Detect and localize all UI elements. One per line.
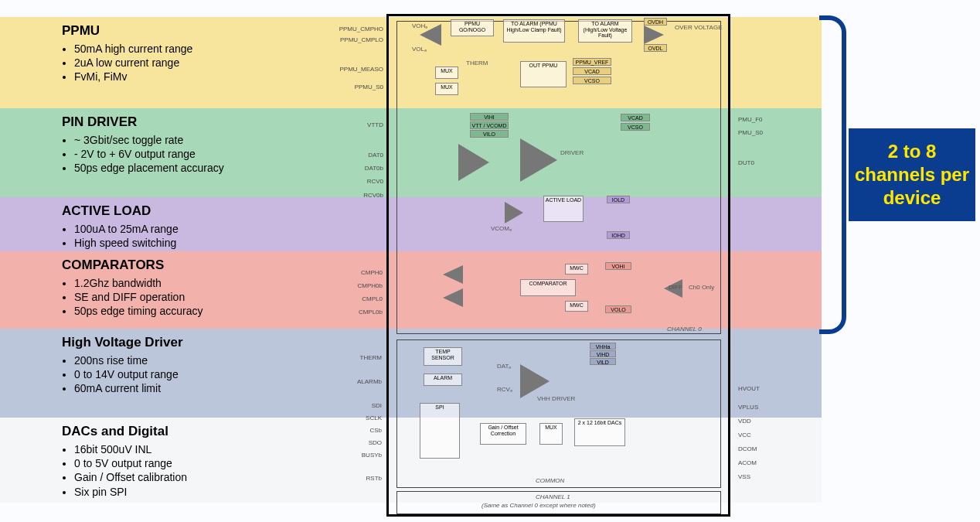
hv-title: High Voltage Driver [62, 335, 183, 350]
dac-text: DACs and Digital 16bit 500uV INL 0 to 5V… [62, 424, 187, 499]
driver-title: PIN DRIVER [62, 114, 224, 130]
dac-b3: Six pin SPI [74, 485, 187, 499]
pin-busyb: BUSYb [349, 452, 382, 459]
pin-csb: CSb [349, 427, 382, 434]
pin-vdd: VDD [738, 418, 751, 425]
pin-ppmu-s0: PPMU_S0 [331, 84, 383, 90]
pin-vplus: VPLUS [738, 404, 758, 411]
pin-vcc: VCC [738, 432, 751, 438]
band-comp: COMPARATORS 1.2Ghz bandwidth SE and DIFF… [0, 251, 822, 329]
pin-vss: VSS [738, 473, 750, 480]
channel1-note: (Same as Channel 0 except where noted) [481, 502, 596, 509]
pin-rstb: RSTb [349, 475, 382, 482]
brace-icon [819, 15, 846, 334]
pin-cmph0b: CMPH0b [352, 282, 383, 289]
load-b0: 100uA to 25mA range [74, 222, 179, 236]
hv-b2: 60mA current limit [74, 381, 183, 395]
band-hv: High Voltage Driver 200ns rise time 0 to… [0, 329, 822, 418]
pin-ppmu-cmpho: PPMU_CMPHO [331, 26, 383, 32]
band-stack: PPMU 50mA high current range 2uA low cur… [0, 17, 822, 503]
ppmu-b1: 2uA low current range [74, 56, 192, 70]
comp-text: COMPARATORS 1.2Ghz bandwidth SE and DIFF… [62, 258, 203, 319]
dac-title: DACs and Digital [62, 424, 187, 439]
pin-cmpl0b: CMPL0b [352, 309, 383, 316]
pin-dut0: DUT0 [738, 159, 754, 166]
hv-b1: 0 to 14V output range [74, 367, 183, 381]
band-dac: DACs and Digital 16bit 500uV INL 0 to 5V… [0, 418, 822, 503]
ppmu-text: PPMU 50mA high current range 2uA low cur… [62, 23, 192, 84]
pin-ppmu-cmplo: PPMU_CMPLO [331, 36, 383, 43]
comp-b1: SE and DIFF operation [74, 290, 203, 304]
pin-pmus0: PMU_S0 [738, 129, 763, 136]
driver-text: PIN DRIVER ~ 3Gbit/sec toggle rate - 2V … [62, 114, 224, 176]
pin-rcv0: RCV0 [354, 178, 383, 185]
pin-ppmu-measo: PPMU_MEASO [331, 66, 383, 73]
channels-callout: 2 to 8 channels per device [849, 128, 975, 221]
slide: PPMU 50mA high current range 2uA low cur… [0, 0, 980, 522]
pin-vttd: VTTD [354, 121, 383, 128]
hv-b0: 200ns rise time [74, 353, 183, 367]
ppmu-title: PPMU [62, 23, 192, 39]
driver-b1: - 2V to + 6V output range [74, 147, 224, 161]
pin-cmph0: CMPH0 [352, 269, 383, 276]
band-ppmu: PPMU 50mA high current range 2uA low cur… [0, 17, 822, 108]
load-title: ACTIVE LOAD [62, 203, 179, 219]
pin-dcom: DCOM [738, 445, 757, 452]
comp-b2: 50ps edge timing accuracy [74, 304, 203, 318]
pin-acom: ACOM [738, 459, 757, 466]
band-load: ACTIVE LOAD 100uA to 25mA range High spe… [0, 197, 822, 251]
pin-sdo: SDO [349, 439, 382, 446]
pin-hvout: HVOUT [738, 385, 760, 392]
pin-cmpl0: CMPL0 [352, 295, 383, 302]
comp-title: COMPARATORS [62, 258, 203, 273]
dac-b2: Gain / Offset calibration [74, 470, 187, 484]
pin-rcv0b: RCV0b [354, 192, 383, 199]
pin-alarmb: ALARMb [349, 378, 382, 385]
dac-b1: 0 to 5V output range [74, 456, 187, 470]
comp-b0: 1.2Ghz bandwidth [74, 276, 203, 290]
ppmu-b0: 50mA high current range [74, 42, 192, 56]
pin-therm: THERM [349, 354, 382, 361]
driver-b0: ~ 3Gbit/sec toggle rate [74, 133, 224, 147]
pin-dat0b: DAT0b [354, 165, 383, 172]
pin-dat0: DAT0 [354, 152, 383, 159]
hv-text: High Voltage Driver 200ns rise time 0 to… [62, 335, 183, 396]
pin-pmuf0: PMU_F0 [738, 116, 763, 123]
driver-b2: 50ps edge placement accuracy [74, 161, 224, 175]
dac-b0: 16bit 500uV INL [74, 442, 187, 456]
callout-text: 2 to 8 channels per device [849, 140, 975, 210]
band-driver: PIN DRIVER ~ 3Gbit/sec toggle rate - 2V … [0, 108, 822, 197]
load-text: ACTIVE LOAD 100uA to 25mA range High spe… [62, 203, 179, 250]
pin-sdi: SDI [349, 402, 382, 409]
load-b1: High speed switching [74, 236, 179, 250]
pin-sclk: SCLK [349, 415, 382, 421]
ppmu-b2: FvMi, FiMv [74, 70, 192, 84]
